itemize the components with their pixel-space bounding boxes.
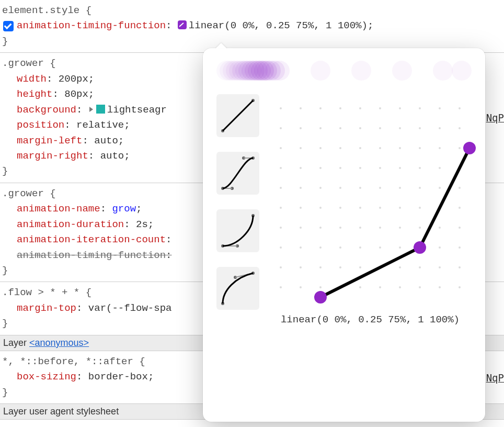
easing-swatch-icon[interactable] bbox=[178, 20, 187, 29]
color-swatch-icon[interactable] bbox=[96, 105, 105, 114]
control-point-2[interactable] bbox=[463, 142, 476, 154]
disclosure-icon[interactable] bbox=[89, 107, 93, 112]
decl-animation-timing-function[interactable]: animation-timing-function: linear(0 0%, … bbox=[2, 18, 502, 33]
easing-editor-popover: linear(0 0%, 0.25 75%, 1 100%) bbox=[203, 48, 485, 422]
easing-curve-path bbox=[271, 98, 469, 297]
checkbox-icon[interactable] bbox=[3, 21, 14, 31]
control-point-0[interactable] bbox=[314, 291, 327, 304]
easing-preview-track bbox=[216, 60, 472, 84]
preset-ease-out[interactable] bbox=[216, 267, 259, 310]
preset-ease-in-out[interactable] bbox=[216, 152, 259, 195]
easing-presets bbox=[216, 94, 259, 325]
selector-grower[interactable]: .grower bbox=[2, 58, 44, 69]
close-brace: } bbox=[2, 34, 502, 49]
easing-value-caption: linear(0 0%, 0.25 75%, 1 100%) bbox=[271, 314, 469, 325]
control-point-1[interactable] bbox=[414, 241, 426, 254]
selector-element-style: element.style bbox=[2, 5, 79, 16]
preset-ease-in[interactable] bbox=[216, 209, 259, 252]
rule-element-style: element.style { animation-timing-functio… bbox=[0, 0, 504, 53]
easing-curve-editor[interactable] bbox=[271, 98, 469, 297]
preset-linear[interactable] bbox=[216, 94, 259, 137]
layer-anonymous-link[interactable]: <anonymous> bbox=[29, 338, 89, 348]
